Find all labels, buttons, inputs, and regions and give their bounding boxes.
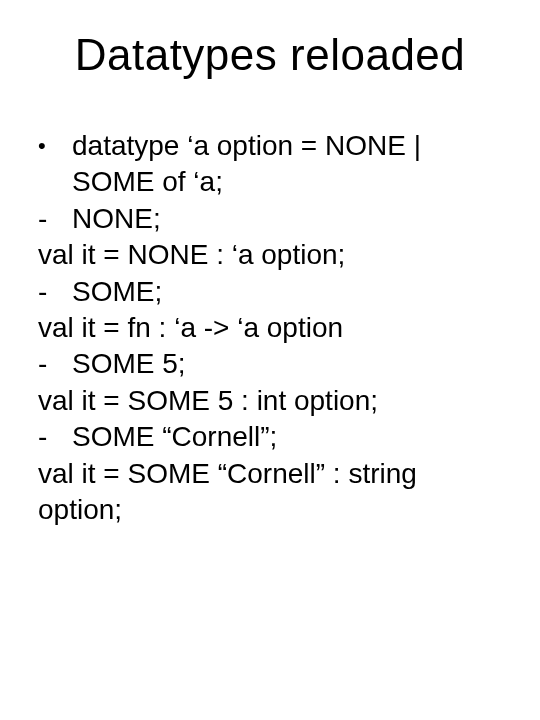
line-text: val it = SOME 5 : int option; [38,383,502,419]
line-text: SOME “Cornell”; [72,419,502,455]
line-text: SOME 5; [72,346,502,382]
dash-icon: - [38,346,72,382]
line-text: SOME; [72,274,502,310]
dash-line-4: - SOME “Cornell”; [38,419,502,455]
slide-title: Datatypes reloaded [38,30,502,80]
output-line-3: val it = SOME 5 : int option; [38,383,502,419]
dash-icon: - [38,201,72,237]
output-line-4: val it = SOME “Cornell” : string option; [38,456,502,529]
output-line-1: val it = NONE : ‘a option; [38,237,502,273]
dash-line-2: - SOME; [38,274,502,310]
output-line-2: val it = fn : ‘a -> ‘a option [38,310,502,346]
bullet-line-1: • datatype ‘a option = NONE | SOME of ‘a… [38,128,502,201]
dash-line-1: - NONE; [38,201,502,237]
line-text: val it = SOME “Cornell” : string option; [38,456,502,529]
line-text: datatype ‘a option = NONE | SOME of ‘a; [72,128,502,201]
bullet-icon: • [38,128,72,164]
line-text: val it = NONE : ‘a option; [38,237,502,273]
line-text: NONE; [72,201,502,237]
slide: Datatypes reloaded • datatype ‘a option … [0,0,540,720]
dash-icon: - [38,274,72,310]
dash-icon: - [38,419,72,455]
line-text: val it = fn : ‘a -> ‘a option [38,310,502,346]
dash-line-3: - SOME 5; [38,346,502,382]
slide-body: • datatype ‘a option = NONE | SOME of ‘a… [38,128,502,528]
